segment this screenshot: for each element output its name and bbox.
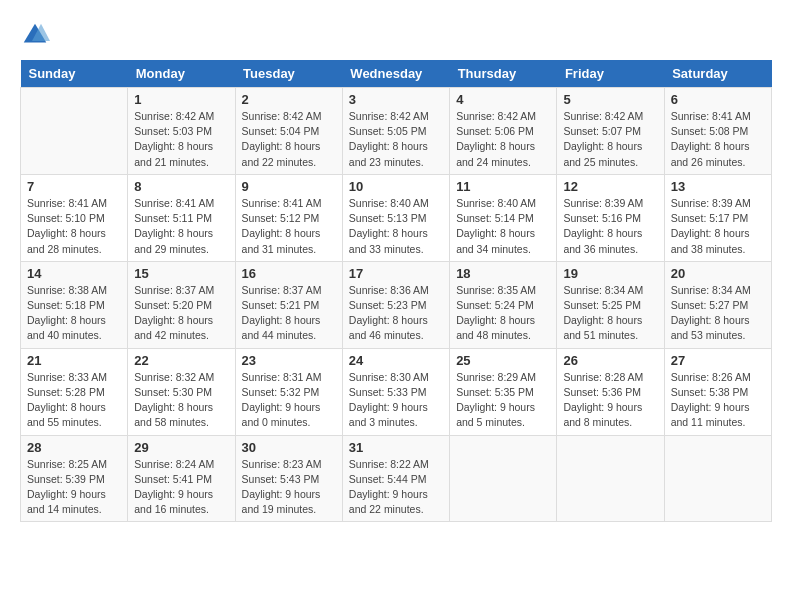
day-number: 5 xyxy=(563,92,657,107)
day-number: 22 xyxy=(134,353,228,368)
weekday-header-tuesday: Tuesday xyxy=(235,60,342,88)
day-info: Sunrise: 8:23 AM Sunset: 5:43 PM Dayligh… xyxy=(242,457,336,518)
day-number: 26 xyxy=(563,353,657,368)
day-number: 4 xyxy=(456,92,550,107)
weekday-header-friday: Friday xyxy=(557,60,664,88)
calendar-cell: 17Sunrise: 8:36 AM Sunset: 5:23 PM Dayli… xyxy=(342,261,449,348)
weekday-header-saturday: Saturday xyxy=(664,60,771,88)
day-number: 10 xyxy=(349,179,443,194)
day-info: Sunrise: 8:42 AM Sunset: 5:03 PM Dayligh… xyxy=(134,109,228,170)
day-info: Sunrise: 8:30 AM Sunset: 5:33 PM Dayligh… xyxy=(349,370,443,431)
day-number: 7 xyxy=(27,179,121,194)
day-number: 2 xyxy=(242,92,336,107)
day-number: 15 xyxy=(134,266,228,281)
day-info: Sunrise: 8:41 AM Sunset: 5:12 PM Dayligh… xyxy=(242,196,336,257)
weekday-header-wednesday: Wednesday xyxy=(342,60,449,88)
calendar-cell: 25Sunrise: 8:29 AM Sunset: 5:35 PM Dayli… xyxy=(450,348,557,435)
day-info: Sunrise: 8:35 AM Sunset: 5:24 PM Dayligh… xyxy=(456,283,550,344)
calendar-cell: 16Sunrise: 8:37 AM Sunset: 5:21 PM Dayli… xyxy=(235,261,342,348)
day-info: Sunrise: 8:41 AM Sunset: 5:11 PM Dayligh… xyxy=(134,196,228,257)
day-number: 13 xyxy=(671,179,765,194)
calendar-cell: 28Sunrise: 8:25 AM Sunset: 5:39 PM Dayli… xyxy=(21,435,128,522)
day-info: Sunrise: 8:31 AM Sunset: 5:32 PM Dayligh… xyxy=(242,370,336,431)
day-number: 25 xyxy=(456,353,550,368)
day-info: Sunrise: 8:38 AM Sunset: 5:18 PM Dayligh… xyxy=(27,283,121,344)
calendar-header: SundayMondayTuesdayWednesdayThursdayFrid… xyxy=(21,60,772,88)
day-info: Sunrise: 8:40 AM Sunset: 5:14 PM Dayligh… xyxy=(456,196,550,257)
day-info: Sunrise: 8:41 AM Sunset: 5:10 PM Dayligh… xyxy=(27,196,121,257)
day-number: 6 xyxy=(671,92,765,107)
day-info: Sunrise: 8:32 AM Sunset: 5:30 PM Dayligh… xyxy=(134,370,228,431)
day-number: 23 xyxy=(242,353,336,368)
calendar-cell: 29Sunrise: 8:24 AM Sunset: 5:41 PM Dayli… xyxy=(128,435,235,522)
day-number: 31 xyxy=(349,440,443,455)
day-number: 29 xyxy=(134,440,228,455)
day-info: Sunrise: 8:42 AM Sunset: 5:07 PM Dayligh… xyxy=(563,109,657,170)
day-info: Sunrise: 8:39 AM Sunset: 5:16 PM Dayligh… xyxy=(563,196,657,257)
calendar-cell xyxy=(664,435,771,522)
day-info: Sunrise: 8:42 AM Sunset: 5:04 PM Dayligh… xyxy=(242,109,336,170)
calendar-cell: 30Sunrise: 8:23 AM Sunset: 5:43 PM Dayli… xyxy=(235,435,342,522)
weekday-header-monday: Monday xyxy=(128,60,235,88)
day-number: 17 xyxy=(349,266,443,281)
calendar-table: SundayMondayTuesdayWednesdayThursdayFrid… xyxy=(20,60,772,522)
calendar-cell: 27Sunrise: 8:26 AM Sunset: 5:38 PM Dayli… xyxy=(664,348,771,435)
calendar-cell: 23Sunrise: 8:31 AM Sunset: 5:32 PM Dayli… xyxy=(235,348,342,435)
calendar-cell xyxy=(557,435,664,522)
weekday-header-sunday: Sunday xyxy=(21,60,128,88)
day-number: 18 xyxy=(456,266,550,281)
day-number: 12 xyxy=(563,179,657,194)
calendar-cell: 31Sunrise: 8:22 AM Sunset: 5:44 PM Dayli… xyxy=(342,435,449,522)
day-info: Sunrise: 8:42 AM Sunset: 5:06 PM Dayligh… xyxy=(456,109,550,170)
day-info: Sunrise: 8:24 AM Sunset: 5:41 PM Dayligh… xyxy=(134,457,228,518)
day-number: 20 xyxy=(671,266,765,281)
day-number: 16 xyxy=(242,266,336,281)
calendar-cell: 24Sunrise: 8:30 AM Sunset: 5:33 PM Dayli… xyxy=(342,348,449,435)
day-info: Sunrise: 8:34 AM Sunset: 5:25 PM Dayligh… xyxy=(563,283,657,344)
calendar-cell: 13Sunrise: 8:39 AM Sunset: 5:17 PM Dayli… xyxy=(664,174,771,261)
day-info: Sunrise: 8:41 AM Sunset: 5:08 PM Dayligh… xyxy=(671,109,765,170)
logo xyxy=(20,20,54,50)
calendar-cell: 18Sunrise: 8:35 AM Sunset: 5:24 PM Dayli… xyxy=(450,261,557,348)
calendar-cell: 1Sunrise: 8:42 AM Sunset: 5:03 PM Daylig… xyxy=(128,88,235,175)
day-info: Sunrise: 8:34 AM Sunset: 5:27 PM Dayligh… xyxy=(671,283,765,344)
calendar-cell: 4Sunrise: 8:42 AM Sunset: 5:06 PM Daylig… xyxy=(450,88,557,175)
calendar-cell: 7Sunrise: 8:41 AM Sunset: 5:10 PM Daylig… xyxy=(21,174,128,261)
calendar-cell: 3Sunrise: 8:42 AM Sunset: 5:05 PM Daylig… xyxy=(342,88,449,175)
calendar-cell: 19Sunrise: 8:34 AM Sunset: 5:25 PM Dayli… xyxy=(557,261,664,348)
day-info: Sunrise: 8:36 AM Sunset: 5:23 PM Dayligh… xyxy=(349,283,443,344)
day-number: 3 xyxy=(349,92,443,107)
day-number: 11 xyxy=(456,179,550,194)
day-info: Sunrise: 8:42 AM Sunset: 5:05 PM Dayligh… xyxy=(349,109,443,170)
calendar-cell xyxy=(450,435,557,522)
header xyxy=(20,20,772,50)
calendar-cell xyxy=(21,88,128,175)
calendar-cell: 26Sunrise: 8:28 AM Sunset: 5:36 PM Dayli… xyxy=(557,348,664,435)
day-number: 27 xyxy=(671,353,765,368)
calendar-cell: 15Sunrise: 8:37 AM Sunset: 5:20 PM Dayli… xyxy=(128,261,235,348)
calendar-cell: 11Sunrise: 8:40 AM Sunset: 5:14 PM Dayli… xyxy=(450,174,557,261)
calendar-cell: 10Sunrise: 8:40 AM Sunset: 5:13 PM Dayli… xyxy=(342,174,449,261)
calendar-cell: 12Sunrise: 8:39 AM Sunset: 5:16 PM Dayli… xyxy=(557,174,664,261)
calendar-week-4: 21Sunrise: 8:33 AM Sunset: 5:28 PM Dayli… xyxy=(21,348,772,435)
day-info: Sunrise: 8:29 AM Sunset: 5:35 PM Dayligh… xyxy=(456,370,550,431)
day-info: Sunrise: 8:25 AM Sunset: 5:39 PM Dayligh… xyxy=(27,457,121,518)
day-info: Sunrise: 8:33 AM Sunset: 5:28 PM Dayligh… xyxy=(27,370,121,431)
calendar-cell: 14Sunrise: 8:38 AM Sunset: 5:18 PM Dayli… xyxy=(21,261,128,348)
calendar-week-5: 28Sunrise: 8:25 AM Sunset: 5:39 PM Dayli… xyxy=(21,435,772,522)
day-number: 21 xyxy=(27,353,121,368)
day-number: 14 xyxy=(27,266,121,281)
day-info: Sunrise: 8:37 AM Sunset: 5:21 PM Dayligh… xyxy=(242,283,336,344)
calendar-week-1: 1Sunrise: 8:42 AM Sunset: 5:03 PM Daylig… xyxy=(21,88,772,175)
day-info: Sunrise: 8:26 AM Sunset: 5:38 PM Dayligh… xyxy=(671,370,765,431)
calendar-cell: 22Sunrise: 8:32 AM Sunset: 5:30 PM Dayli… xyxy=(128,348,235,435)
day-number: 24 xyxy=(349,353,443,368)
header-row: SundayMondayTuesdayWednesdayThursdayFrid… xyxy=(21,60,772,88)
day-number: 8 xyxy=(134,179,228,194)
calendar-cell: 20Sunrise: 8:34 AM Sunset: 5:27 PM Dayli… xyxy=(664,261,771,348)
calendar-cell: 5Sunrise: 8:42 AM Sunset: 5:07 PM Daylig… xyxy=(557,88,664,175)
calendar-cell: 9Sunrise: 8:41 AM Sunset: 5:12 PM Daylig… xyxy=(235,174,342,261)
day-number: 19 xyxy=(563,266,657,281)
day-info: Sunrise: 8:39 AM Sunset: 5:17 PM Dayligh… xyxy=(671,196,765,257)
day-number: 30 xyxy=(242,440,336,455)
